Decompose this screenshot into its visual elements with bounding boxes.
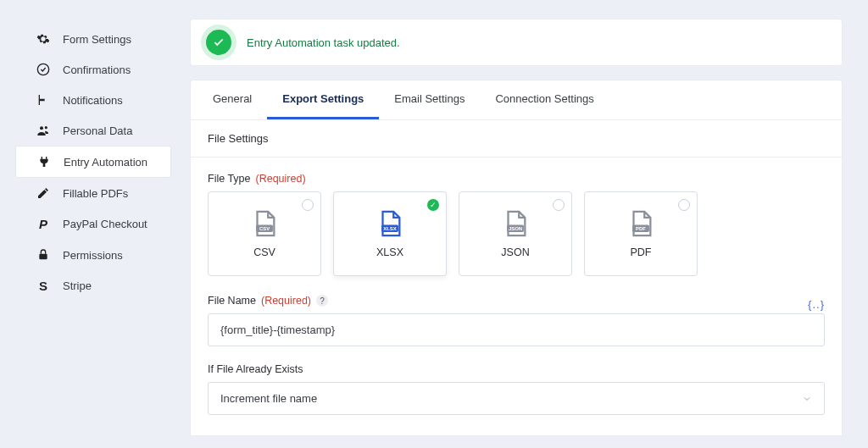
sidebar-item-label: Form Settings: [63, 33, 131, 46]
sidebar-item-notifications[interactable]: Notifications: [15, 85, 171, 115]
svg-text:JSON: JSON: [509, 226, 522, 231]
merge-tags-button[interactable]: {..}: [808, 298, 825, 311]
sidebar-item-label: Fillable PDFs: [63, 187, 128, 200]
paypal-icon: P: [36, 217, 51, 231]
file-type-options: CSV CSV XLSX XLSX JSON JSON PDF PDF: [208, 191, 825, 276]
svg-text:PDF: PDF: [636, 226, 646, 231]
success-alert: Entry Automation task updated.: [190, 19, 843, 66]
file-type-label: JSON: [501, 246, 529, 258]
sidebar-item-form-settings[interactable]: Form Settings: [15, 24, 171, 54]
sidebar-item-paypal-checkout[interactable]: PPayPal Checkout: [15, 208, 171, 240]
radio-indicator: [553, 199, 565, 211]
sidebar-item-label: PayPal Checkout: [63, 218, 147, 230]
plug-icon: [36, 155, 52, 169]
sidebar-item-label: Notifications: [63, 94, 123, 107]
sidebar-item-entry-automation[interactable]: Entry Automation: [15, 146, 171, 178]
check-circle-icon: [206, 30, 231, 55]
tab-connection-settings[interactable]: Connection Settings: [480, 80, 609, 119]
file-name-input[interactable]: [208, 313, 825, 346]
sidebar-item-permissions[interactable]: Permissions: [15, 240, 171, 270]
sidebar-item-confirmations[interactable]: Confirmations: [15, 54, 171, 85]
file-icon: XLSX: [376, 209, 404, 238]
flag-icon: [36, 93, 51, 107]
pen-icon: [36, 186, 51, 200]
file-type-label: XLSX: [376, 246, 403, 258]
tab-email-settings[interactable]: Email Settings: [379, 80, 480, 119]
radio-indicator: [427, 199, 439, 211]
svg-point-1: [40, 126, 43, 130]
tab-general[interactable]: General: [198, 80, 267, 119]
file-icon: CSV: [250, 209, 279, 238]
lock-icon: [36, 248, 51, 262]
users-icon: [36, 124, 51, 137]
gear-icon: [36, 32, 51, 46]
main-panel: Entry Automation task updated. GeneralEx…: [178, 0, 868, 448]
sidebar: Form SettingsConfirmationsNotificationsP…: [0, 0, 178, 448]
sidebar-item-label: Confirmations: [63, 64, 131, 76]
file-type-label: CSV: [253, 246, 275, 258]
svg-rect-3: [39, 254, 47, 260]
radio-indicator: [678, 199, 690, 211]
file-type-label: File Type (Required): [208, 173, 825, 185]
tab-export-settings[interactable]: Export Settings: [267, 80, 379, 119]
stripe-icon: S: [36, 279, 51, 293]
sidebar-item-fillable-pdfs[interactable]: Fillable PDFs: [15, 178, 171, 208]
file-icon: PDF: [626, 209, 655, 238]
sidebar-item-label: Entry Automation: [64, 156, 147, 169]
svg-point-2: [45, 126, 47, 129]
radio-indicator: [302, 199, 314, 211]
file-type-option-csv[interactable]: CSV CSV: [208, 191, 321, 276]
sidebar-item-personal-data[interactable]: Personal Data: [15, 115, 171, 146]
file-type-option-pdf[interactable]: PDF PDF: [584, 191, 698, 276]
file-type-option-json[interactable]: JSON JSON: [459, 191, 572, 276]
check-circle-icon: [36, 63, 51, 76]
export-settings-panel: File Settings File Type (Required) CSV C…: [190, 120, 843, 436]
svg-point-0: [37, 64, 48, 75]
help-icon[interactable]: ?: [316, 295, 328, 307]
sidebar-item-label: Personal Data: [63, 124, 132, 137]
chevron-down-icon: [802, 394, 812, 404]
section-title: File Settings: [191, 120, 842, 158]
sidebar-item-stripe[interactable]: SStripe: [15, 270, 171, 301]
if-exists-label: If File Already Exists: [208, 363, 825, 375]
file-icon: JSON: [501, 209, 530, 238]
alert-message: Entry Automation task updated.: [247, 36, 400, 49]
svg-text:CSV: CSV: [259, 226, 270, 231]
sidebar-item-label: Stripe: [63, 279, 92, 292]
tabs: GeneralExport SettingsEmail SettingsConn…: [190, 80, 843, 120]
sidebar-item-label: Permissions: [63, 249, 123, 262]
file-name-label: File Name (Required) ?: [208, 295, 808, 307]
file-type-option-xlsx[interactable]: XLSX XLSX: [333, 191, 447, 276]
file-type-label: PDF: [631, 246, 652, 258]
if-exists-select[interactable]: Increment file name: [208, 382, 825, 415]
svg-text:XLSX: XLSX: [383, 226, 397, 231]
